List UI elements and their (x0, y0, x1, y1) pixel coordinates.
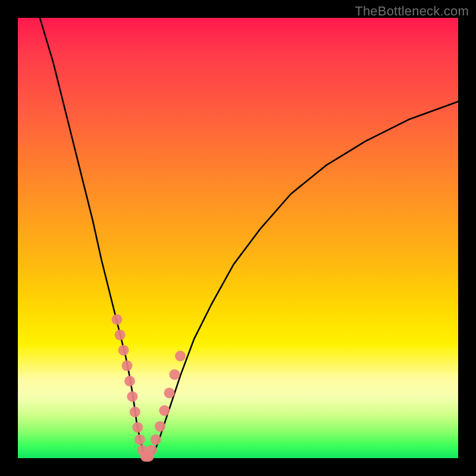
marker-dot (175, 350, 186, 361)
curve-svg (18, 18, 458, 458)
marker-cluster (112, 314, 186, 462)
marker-dot (146, 445, 157, 456)
marker-dot (118, 345, 129, 356)
marker-dot (134, 434, 145, 445)
chart-frame: TheBottleneck.com (0, 0, 476, 476)
marker-dot (151, 434, 161, 445)
marker-dot (130, 406, 140, 417)
marker-dot (159, 405, 170, 416)
bottleneck-curve (40, 18, 458, 458)
plot-area (18, 18, 458, 458)
marker-dot (124, 376, 135, 387)
marker-dot (122, 361, 133, 371)
marker-dot (155, 421, 165, 432)
marker-dot (164, 387, 175, 398)
marker-dot (169, 369, 180, 380)
marker-dot (127, 391, 137, 402)
watermark-text: TheBottleneck.com (355, 4, 469, 19)
marker-dot (115, 330, 126, 340)
marker-dot (112, 314, 123, 325)
marker-dot (132, 422, 143, 433)
